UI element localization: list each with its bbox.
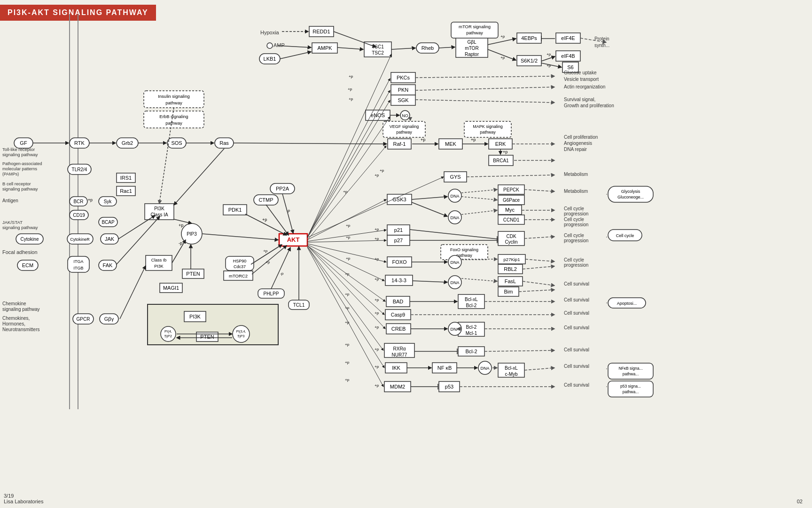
svg-text:NUR77: NUR77: [392, 352, 407, 357]
svg-line-311: [280, 52, 311, 59]
svg-text:mTOR: mTOR: [465, 46, 478, 51]
pathway-diagram: GF RTK Grb2 SOS Ras TLR2/4 IRS1 Rac1 BCR: [0, 0, 812, 508]
svg-text:MAGI1: MAGI1: [163, 285, 179, 291]
svg-text:+p: +p: [345, 292, 350, 296]
svg-text:Bim: Bim: [504, 289, 513, 294]
svg-text:PTEN: PTEN: [200, 334, 214, 340]
svg-line-271: [307, 100, 390, 237]
svg-text:p21: p21: [394, 227, 403, 233]
svg-text:AKT: AKT: [287, 236, 300, 243]
svg-line-333: [461, 190, 497, 193]
svg-text:Gβγ: Gβγ: [104, 316, 114, 322]
svg-text:Insulin signaling: Insulin signaling: [158, 94, 190, 99]
svg-text:+p: +p: [471, 137, 476, 142]
svg-text:Rheb: Rheb: [422, 45, 434, 51]
svg-text:Myc: Myc: [505, 207, 515, 213]
svg-line-347: [525, 259, 554, 262]
svg-text:Apoptosi...: Apoptosi...: [617, 301, 637, 306]
svg-text:+p: +p: [349, 74, 353, 79]
svg-text:Angiogenesis: Angiogenesis: [564, 141, 592, 146]
svg-text:RBL2: RBL2: [504, 266, 517, 272]
svg-text:AMPK: AMPK: [317, 45, 332, 51]
svg-line-314: [439, 47, 455, 48]
svg-text:NF κB: NF κB: [437, 365, 452, 371]
svg-text:Syk: Syk: [104, 199, 112, 204]
svg-text:S6K1/2: S6K1/2: [521, 58, 538, 64]
svg-text:CytokineR: CytokineR: [70, 237, 90, 242]
svg-line-344: [524, 237, 554, 238]
svg-text:p27: p27: [394, 238, 403, 243]
svg-text:+p: +p: [375, 383, 379, 388]
svg-text:DNA: DNA: [480, 366, 489, 371]
svg-text:eIF4E: eIF4E: [561, 35, 575, 41]
svg-text:Cell survival: Cell survival: [564, 310, 589, 316]
svg-text:Cell cycle: Cell cycle: [616, 233, 634, 238]
svg-text:+p: +p: [500, 34, 505, 39]
svg-text:CD19: CD19: [73, 213, 85, 218]
svg-line-297: [271, 247, 290, 289]
svg-text:-p: -p: [179, 241, 182, 246]
svg-line-309: [334, 32, 376, 47]
svg-text:+p: +p: [547, 64, 551, 68]
svg-text:SOS: SOS: [171, 140, 182, 146]
svg-text:DNA: DNA: [450, 194, 459, 198]
svg-text:+p: +p: [346, 256, 351, 261]
svg-text:DNA: DNA: [450, 280, 459, 285]
svg-text:TLR2/4: TLR2/4: [72, 167, 87, 172]
svg-line-332: [412, 197, 447, 199]
svg-text:p53 signa...: p53 signa...: [620, 384, 641, 389]
svg-text:Focal adhesion: Focal adhesion: [2, 249, 38, 255]
svg-text:5)P3: 5)P3: [238, 334, 245, 338]
svg-text:FAK: FAK: [103, 262, 113, 268]
svg-text:VEGF signaling: VEGF signaling: [390, 124, 419, 129]
svg-text:c-Myb: c-Myb: [505, 372, 518, 377]
svg-text:FoxO signaling: FoxO signaling: [450, 247, 478, 252]
svg-text:Survival signal,: Survival signal,: [564, 97, 595, 102]
svg-text:MDM2: MDM2: [390, 384, 405, 389]
svg-text:+p: +p: [88, 198, 93, 202]
svg-text:progression: progression: [564, 262, 588, 268]
svg-text:DNA repair: DNA repair: [564, 147, 587, 152]
svg-text:Class Ib: Class Ib: [151, 258, 167, 262]
svg-text:+p: +p: [349, 97, 353, 101]
svg-line-321: [541, 56, 555, 61]
svg-text:-p: -p: [287, 208, 290, 213]
svg-text:Raptor: Raptor: [465, 52, 479, 57]
svg-line-352: [519, 290, 554, 292]
svg-text:+p: +p: [345, 360, 350, 365]
svg-text:signaling pathway: signaling pathway: [2, 186, 38, 191]
svg-line-291: [307, 247, 383, 387]
svg-text:Protein: Protein: [594, 36, 609, 41]
svg-text:ERK: ERK: [495, 141, 506, 147]
svg-text:signaling pathway: signaling pathway: [2, 152, 38, 157]
svg-text:MAPK signaling: MAPK signaling: [473, 124, 503, 129]
svg-line-305: [120, 266, 146, 319]
svg-text:+p: +p: [375, 365, 379, 369]
svg-text:+p: +p: [380, 168, 384, 173]
svg-text:CREB: CREB: [391, 326, 406, 332]
svg-text:MEK: MEK: [445, 141, 457, 147]
svg-line-287: [307, 246, 383, 350]
svg-text:Neurotransmitters: Neurotransmitters: [2, 327, 39, 332]
svg-line-350: [461, 278, 497, 281]
svg-text:Cytokine: Cytokine: [21, 237, 39, 242]
svg-text:FOXO: FOXO: [392, 259, 407, 265]
svg-text:Bcl-2: Bcl-2: [465, 349, 477, 354]
svg-text:BRCA1: BRCA1: [493, 158, 509, 163]
svg-text:S6: S6: [567, 64, 573, 70]
pathway-container: PI3K-AKT SIGNALING PATHWAY GF RTK Gr: [0, 0, 812, 508]
svg-text:signaling pathway: signaling pathway: [2, 307, 40, 312]
svg-text:PDK1: PDK1: [228, 207, 242, 213]
svg-text:Cyclin: Cyclin: [505, 239, 517, 245]
svg-line-335: [524, 190, 554, 191]
svg-text:+p: +p: [375, 277, 379, 281]
svg-text:DNA: DNA: [450, 327, 459, 332]
svg-text:+p: +p: [375, 325, 379, 329]
svg-text:ITGB: ITGB: [73, 266, 83, 270]
svg-text:Hypoxia: Hypoxia: [260, 30, 280, 35]
svg-text:PHLPP: PHLPP: [264, 291, 279, 296]
svg-line-331: [467, 175, 554, 177]
svg-text:GPCR: GPCR: [77, 317, 90, 322]
svg-text:Cell cycle: Cell cycle: [564, 257, 584, 262]
svg-text:DNA: DNA: [450, 260, 459, 265]
